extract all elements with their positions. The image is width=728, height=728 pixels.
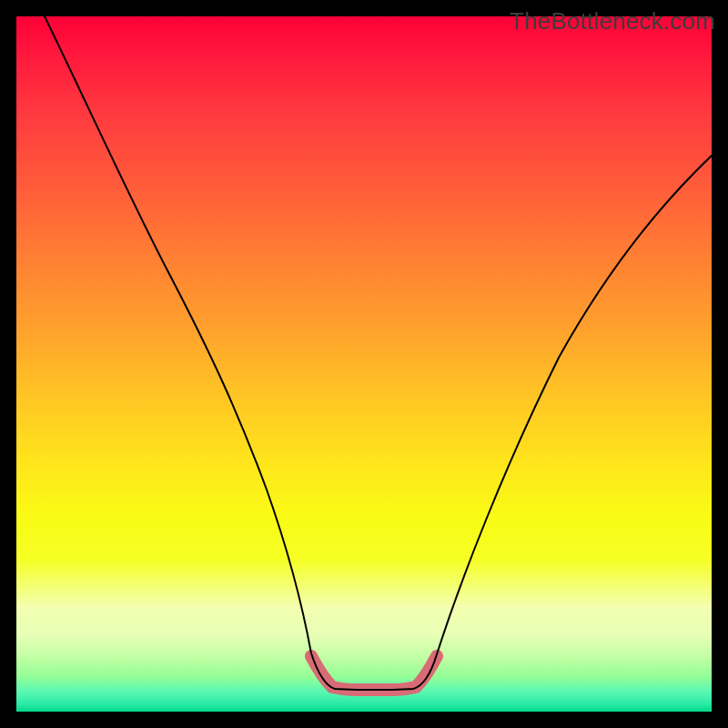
bottleneck-curve: [45, 16, 712, 690]
plot-area: [16, 16, 712, 712]
watermark-text: TheBottleneck.com: [510, 7, 715, 35]
pink-highlight-segment: [311, 656, 437, 690]
chart-frame: TheBottleneck.com: [0, 0, 728, 728]
chart-svg: [16, 16, 712, 712]
